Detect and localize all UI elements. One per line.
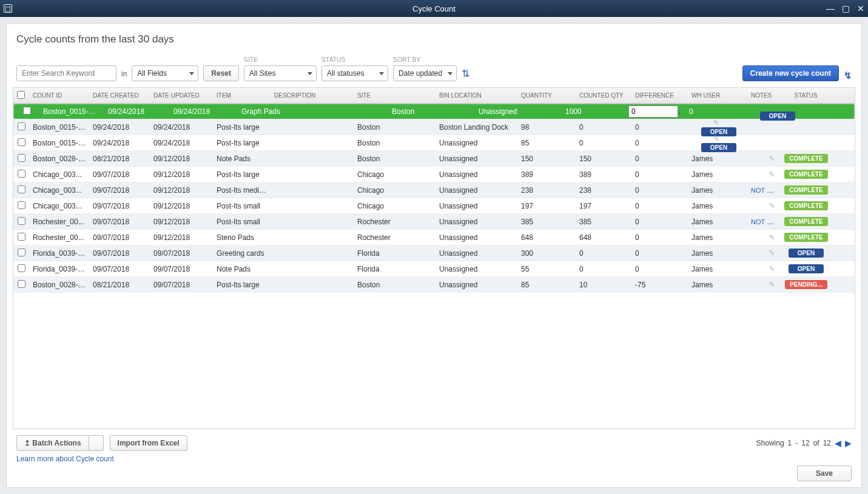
status-select[interactable]: All statuses [321, 65, 388, 81]
row-checkbox[interactable] [18, 138, 25, 146]
field-select[interactable]: All Fields [132, 65, 198, 81]
sort-direction-icon[interactable]: ⇅ [462, 68, 469, 81]
col-difference[interactable]: DIFFERENCE [631, 92, 688, 99]
cell-bin-location: Unassigned [436, 233, 517, 242]
col-count-id[interactable]: COUNT ID [29, 92, 89, 99]
cell-counted-qty: 197 [579, 202, 591, 210]
row-checkbox[interactable] [18, 280, 25, 288]
table-row[interactable]: Florida_0039-01 09/07/2018 09/07/2018 Gr… [13, 245, 855, 261]
col-item[interactable]: ITEM [213, 92, 271, 99]
col-status[interactable]: STATUS [779, 92, 833, 99]
note-link[interactable]: NOT C... [751, 186, 777, 195]
minimize-icon[interactable]: — [826, 4, 835, 13]
prev-page-icon[interactable]: ◀ [835, 438, 841, 448]
site-select[interactable]: All Sites [244, 65, 317, 81]
col-bin-location[interactable]: BIN LOCATION [436, 92, 517, 99]
pencil-icon[interactable]: ✎ [769, 280, 775, 289]
cell-item: Post-Its large [213, 123, 271, 132]
table-row[interactable]: Boston_0028-01 08/21/2018 09/12/2018 Not… [13, 151, 855, 167]
col-counted-qty[interactable]: COUNTED QTY [576, 92, 631, 99]
table-row[interactable]: Boston_0015-01 09/24/2018 09/24/2018 Pos… [13, 119, 855, 135]
pencil-icon[interactable]: ✎ [769, 201, 775, 210]
pencil-icon[interactable]: ✎ [769, 233, 775, 242]
col-site[interactable]: SITE [354, 92, 436, 99]
page-title: Cycle counts from the last 30 days [13, 33, 855, 45]
cell-site: Chicago [354, 202, 436, 210]
card: Cycle counts from the last 30 days in Al… [6, 23, 862, 488]
table-row[interactable]: Chicago_003... 09/07/2018 09/12/2018 Pos… [13, 167, 855, 182]
row-checkbox[interactable] [18, 185, 25, 193]
cell-site: Boston [354, 123, 436, 132]
row-checkbox[interactable] [18, 249, 25, 256]
select-all-checkbox[interactable] [17, 91, 25, 99]
row-checkbox[interactable] [18, 264, 25, 272]
table-row[interactable]: Florida_0039-01 09/07/2018 09/07/2018 No… [13, 261, 855, 277]
pencil-icon[interactable]: ✎ [713, 134, 719, 143]
row-checkbox[interactable] [18, 217, 25, 225]
cell-bin-location: Unassigned [436, 218, 517, 226]
table-row[interactable]: Rochester_00... 09/07/2018 09/12/2018 Po… [13, 214, 855, 230]
pencil-icon[interactable]: ✎ [769, 264, 775, 273]
row-checkbox[interactable] [18, 122, 25, 130]
pencil-icon[interactable]: ✎ [769, 170, 775, 179]
refresh-icon[interactable]: ↯ [844, 70, 852, 81]
maximize-icon[interactable]: ▢ [842, 4, 850, 13]
batch-actions-dropdown[interactable] [89, 435, 104, 451]
learn-more-link[interactable]: Learn more about Cycle count [16, 455, 114, 463]
pager-total: 12 [823, 439, 831, 447]
create-cycle-count-button[interactable]: Create new cycle count [742, 65, 839, 81]
search-input[interactable] [16, 65, 116, 81]
pencil-icon[interactable]: ✎ [713, 118, 719, 127]
col-date-updated[interactable]: DATE UPDATED [150, 92, 213, 99]
col-description[interactable]: DESCRIPTION [271, 92, 354, 99]
cell-item: Post-Its small [213, 218, 271, 226]
pencil-icon[interactable]: ✎ [769, 249, 775, 258]
table-row[interactable]: Chicago_003... 09/07/2018 09/12/2018 Pos… [13, 182, 855, 198]
status-badge: OPEN [789, 249, 824, 258]
import-excel-button[interactable]: Import from Excel [110, 435, 187, 451]
cell-counted-qty: 648 [579, 233, 591, 242]
table-row[interactable]: Rochester_00... 09/07/2018 09/12/2018 St… [13, 230, 855, 245]
row-checkbox[interactable] [18, 154, 25, 162]
cell-site: Boston [388, 107, 470, 116]
batch-actions-button[interactable]: ↥ Batch Actions [16, 435, 89, 451]
cell-item: Post-Its large [213, 170, 271, 179]
pencil-icon[interactable]: ✎ [772, 104, 778, 112]
pencil-icon[interactable]: ✎ [769, 154, 775, 163]
row-checkbox[interactable] [18, 201, 25, 209]
sort-select[interactable]: Date updated [393, 65, 457, 81]
status-badge: OPEN [760, 112, 795, 121]
cell-site: Boston [354, 155, 436, 163]
col-notes[interactable]: NOTES [747, 92, 779, 99]
cell-bin-location: Unassigned [436, 249, 517, 258]
table-row[interactable]: Boston_0028-01 08/21/2018 09/07/2018 Pos… [13, 277, 855, 293]
close-icon[interactable]: ✕ [857, 4, 864, 13]
cell-count-id: Chicago_003... [29, 202, 89, 210]
cell-date-created: 09/07/2018 [89, 218, 150, 226]
row-checkbox[interactable] [18, 170, 25, 178]
popout-icon[interactable]: ◻ [4, 4, 12, 13]
counted-qty-input[interactable] [628, 105, 678, 118]
cell-site: Chicago [354, 170, 436, 179]
cell-count-id: Florida_0039-01 [29, 249, 89, 258]
table-row[interactable]: Boston_0015-01 09/24/2018 09/24/2018 Pos… [13, 135, 855, 151]
table-row[interactable]: Boston_0015-01 09/24/2018 09/24/2018 Gra… [13, 104, 855, 119]
cell-quantity: 197 [517, 202, 576, 210]
col-quantity[interactable]: QUANTITY [517, 92, 576, 99]
col-wh-user[interactable]: WH USER [688, 92, 747, 99]
reset-button[interactable]: Reset [203, 65, 239, 81]
note-link[interactable]: NOT C... [751, 218, 777, 226]
row-checkbox[interactable] [23, 107, 31, 115]
window-title: Cycle Count [412, 4, 456, 13]
row-checkbox[interactable] [18, 233, 25, 241]
cell-date-created: 08/21/2018 [89, 281, 150, 289]
table-row[interactable]: Chicago_003... 09/07/2018 09/12/2018 Pos… [13, 198, 855, 214]
save-button[interactable]: Save [797, 466, 852, 481]
next-page-icon[interactable]: ▶ [845, 438, 852, 448]
cell-bin-location: Unassigned [475, 107, 557, 116]
cell-count-id: Rochester_00... [29, 233, 89, 242]
cell-date-updated: 09/12/2018 [150, 155, 213, 163]
col-date-created[interactable]: DATE CREATED [89, 92, 150, 99]
caret-icon [448, 72, 453, 75]
cell-date-updated: 09/07/2018 [150, 281, 213, 289]
